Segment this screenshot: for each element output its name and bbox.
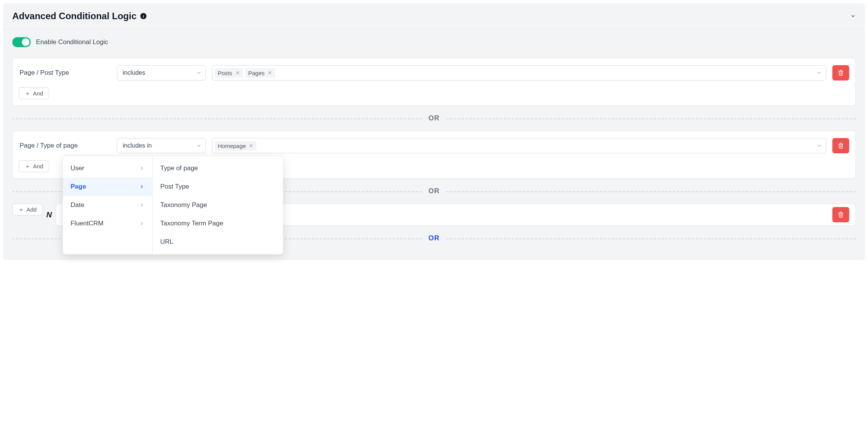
advanced-conditional-logic-panel: Advanced Conditional Logic i Enable Cond… [3, 3, 865, 260]
chevron-down-icon [817, 143, 822, 148]
cascader-item-fluentcrm[interactable]: FluentCRM [63, 214, 152, 233]
operator-value: includes [123, 69, 145, 76]
rule-row: Page / Type of page includes in Homepage… [19, 138, 849, 153]
delete-rule-button[interactable] [832, 138, 849, 153]
selected-tag: Homepage ✕ [215, 141, 256, 151]
cascader-column-1: User Page Date FluentCRM [63, 156, 153, 254]
rule-field-label: Page / Post Type [19, 69, 111, 77]
add-label: Add [26, 206, 37, 213]
chevron-down-icon [817, 70, 822, 76]
and-label: And [33, 90, 43, 97]
info-icon[interactable]: i [140, 13, 146, 19]
add-and-button[interactable]: ＋ And [19, 160, 49, 172]
cursor-glyph: N [46, 210, 52, 219]
cascader-item-label: Taxonomy Page [160, 201, 207, 209]
cascader-item-label: Taxonomy Term Page [160, 220, 223, 227]
cascader-item-label: Date [71, 201, 84, 209]
tag-label: Pages [248, 70, 265, 76]
and-label: And [33, 163, 43, 169]
plus-icon: ＋ [25, 90, 31, 97]
enable-toggle-label: Enable Conditional Logic [36, 38, 108, 46]
cascader-item-user[interactable]: User [63, 159, 152, 177]
or-label: OR [423, 187, 445, 195]
delete-rule-button[interactable] [832, 207, 849, 222]
value-multiselect[interactable]: Posts ✕ Pages ✕ [212, 65, 826, 81]
cascader-item-label: URL [160, 238, 173, 246]
tag-label: Homepage [218, 143, 246, 149]
cascader-item-type-of-page[interactable]: Type of page [153, 159, 283, 177]
plus-icon: ＋ [25, 163, 31, 169]
cascader-item-taxonomy-term-page[interactable]: Taxonomy Term Page [153, 214, 283, 233]
or-label: OR [423, 114, 445, 122]
or-divider: OR [12, 114, 856, 122]
enable-toggle-row: Enable Conditional Logic [3, 37, 865, 58]
chevron-down-icon [196, 143, 202, 148]
panel-header: Advanced Conditional Logic i [3, 3, 865, 30]
cascader-item-label: Page [71, 183, 86, 191]
cascader-column-2: Type of page Post Type Taxonomy Page Tax… [153, 156, 283, 254]
cascader-item-page[interactable]: Page [63, 177, 152, 196]
cascader-item-label: Type of page [160, 164, 198, 172]
cascader-item-label: FluentCRM [71, 220, 104, 227]
add-and-button[interactable]: ＋ And [19, 87, 49, 99]
add-group-button[interactable]: ＋ Add [12, 204, 43, 215]
selected-tag: Posts ✕ [215, 68, 243, 78]
chevron-right-icon [139, 166, 145, 171]
plus-icon: ＋ [18, 207, 24, 213]
cascader-item-taxonomy-page[interactable]: Taxonomy Page [153, 196, 283, 214]
field-cascader-popup: User Page Date FluentCRM [62, 156, 283, 255]
cascader-item-post-type[interactable]: Post Type [153, 177, 283, 196]
chevron-down-icon [196, 70, 202, 76]
tag-label: Posts [218, 70, 232, 76]
cascader-item-label: User [71, 164, 84, 172]
rule-field-label: Page / Type of page [19, 142, 111, 150]
panel-body: Enable Conditional Logic Page / Post Typ… [3, 30, 865, 260]
operator-select[interactable]: includes [117, 65, 206, 81]
operator-select[interactable]: includes in [117, 138, 206, 153]
rule-group: Page / Post Type includes Posts ✕ Pages … [12, 58, 856, 106]
tag-remove-icon[interactable]: ✕ [249, 143, 253, 149]
cascader-item-date[interactable]: Date [63, 196, 152, 214]
value-multiselect[interactable]: Homepage ✕ [212, 138, 826, 153]
rule-row: Page / Post Type includes Posts ✕ Pages … [19, 65, 849, 81]
selected-tag: Pages ✕ [245, 68, 276, 78]
collapse-chevron-icon[interactable] [850, 13, 856, 19]
cascader-item-label: Post Type [160, 183, 189, 191]
cascader-item-url[interactable]: URL [153, 233, 283, 251]
chevron-right-icon [139, 184, 145, 189]
tag-remove-icon[interactable]: ✕ [268, 70, 272, 76]
enable-toggle[interactable] [12, 37, 31, 47]
tag-remove-icon[interactable]: ✕ [235, 70, 240, 76]
chevron-right-icon [139, 202, 145, 208]
panel-title: Advanced Conditional Logic [12, 11, 136, 21]
chevron-right-icon [139, 221, 145, 226]
or-label: OR [423, 234, 445, 242]
delete-rule-button[interactable] [832, 65, 849, 81]
operator-value: includes in [123, 142, 152, 149]
rule-group: Page / Type of page includes in Homepage… [12, 131, 856, 179]
panel-title-wrap: Advanced Conditional Logic i [12, 11, 146, 21]
